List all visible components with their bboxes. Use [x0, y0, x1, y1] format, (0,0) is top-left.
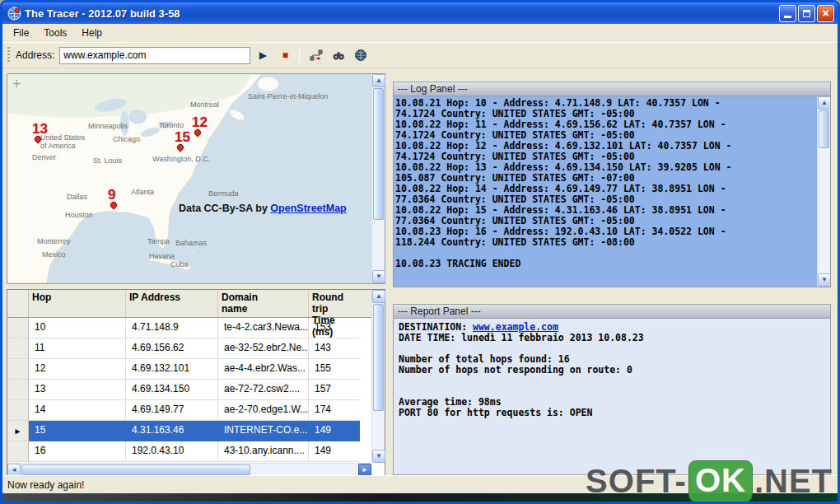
- scroll-down-button[interactable]: ▼: [372, 450, 385, 463]
- toolbar-grip[interactable]: [7, 47, 10, 63]
- map-place-label: Cuba: [170, 260, 189, 268]
- scroll-down-button[interactable]: ▼: [818, 273, 831, 287]
- cell-round-trip: 149: [309, 421, 360, 441]
- map-place-label: Minneapolis: [88, 122, 128, 130]
- table-row[interactable]: 12 4.69.132.101 ae-4-4.ebr2.Was... 155: [7, 359, 371, 380]
- column-header-domain-name[interactable]: Domain name: [218, 290, 309, 317]
- cell-domain-name: ae-72-72.csw2....: [218, 380, 309, 400]
- table-row[interactable]: 11 4.69.156.62 ae-32-52.ebr2.Ne... 143: [7, 338, 371, 359]
- attribution-text: Data CC-By-SA by: [179, 203, 270, 214]
- map-place-label: Denver: [32, 153, 56, 161]
- scrollbar-thumb[interactable]: [373, 304, 384, 411]
- binoculars-icon: [332, 49, 345, 62]
- scroll-up-button[interactable]: ▲: [818, 96, 831, 110]
- report-line: PORT 80 for http requests is: OPEN: [399, 408, 825, 418]
- minimize-button[interactable]: [779, 5, 796, 22]
- watermark-ok-badge: OK: [689, 461, 752, 502]
- cell-hop: 16: [29, 441, 126, 462]
- scroll-up-button[interactable]: ▲: [372, 74, 385, 87]
- route-report-button[interactable]: [306, 45, 326, 65]
- table-row[interactable]: 14 4.69.149.77 ae-2-70.edge1.W... 174: [7, 400, 371, 421]
- row-selector-cell[interactable]: [7, 380, 29, 400]
- start-trace-button[interactable]: ▶: [253, 45, 273, 65]
- map-zoom-in-control[interactable]: +: [12, 76, 21, 93]
- cell-round-trip: 143: [309, 338, 360, 359]
- play-icon: ▶: [259, 50, 267, 60]
- row-selector-cell[interactable]: [7, 400, 29, 421]
- hop-map-marker[interactable]: 9: [108, 188, 115, 202]
- table-row[interactable]: 10 4.71.148.9 te-4-2.car3.Newa... 153: [7, 318, 371, 338]
- log-vertical-scrollbar[interactable]: ▲ ▼: [817, 96, 830, 287]
- maximize-button[interactable]: [798, 5, 815, 22]
- web-button[interactable]: [351, 45, 371, 65]
- cell-ip-address: 192.0.43.10: [126, 441, 218, 462]
- stop-trace-button[interactable]: ■: [275, 45, 295, 65]
- app-icon[interactable]: [7, 7, 21, 21]
- scroll-down-button[interactable]: ▼: [372, 270, 385, 283]
- row-selector-cell[interactable]: ►: [7, 421, 29, 441]
- openstreetmap-link[interactable]: OpenStreetMap: [270, 203, 346, 214]
- menu-item[interactable]: Tools: [36, 25, 74, 41]
- hop-map-marker[interactable]: 13: [32, 122, 48, 136]
- scroll-up-button[interactable]: ▲: [372, 290, 385, 303]
- soft-ok-watermark: SOFT-OK.NET: [586, 461, 833, 502]
- status-text: Now ready again!: [7, 479, 84, 491]
- lookup-button[interactable]: [329, 45, 348, 65]
- destination-label: DESTINATION:: [399, 321, 473, 333]
- cell-round-trip: 153: [309, 318, 360, 338]
- map-place-label: Tampa: [147, 237, 170, 245]
- log-panel-body: 10.08.21 Hop: 10 - Address: 4.71.148.9 L…: [393, 96, 831, 287]
- close-icon: ×: [822, 7, 828, 19]
- table-row[interactable]: 16 192.0.43.10 43-10.any.icann.... 149: [7, 441, 371, 462]
- report-datetime-line: DATE TIME: lunedì 11 febbraio 2013 10.08…: [399, 333, 825, 343]
- cell-ip-address: 4.31.163.46: [126, 421, 218, 441]
- title-bar: The Tracer - 2012.07 build 3-58 ×: [2, 2, 838, 24]
- close-button[interactable]: ×: [817, 5, 834, 22]
- row-selector-cell[interactable]: [7, 441, 29, 462]
- map-place-label: Dallas: [67, 193, 87, 201]
- maximize-icon: [803, 10, 810, 17]
- table-vertical-scrollbar[interactable]: ▲ ▼: [371, 290, 385, 463]
- column-header-round-trip[interactable]: Round trip Time (ms): [309, 290, 360, 317]
- address-toolbar: Address: ▶ ■: [2, 42, 838, 68]
- report-lines: Number of total hops found: 16Number of …: [399, 343, 825, 418]
- cell-ip-address: 4.69.156.62: [126, 338, 218, 359]
- scrollbar-thumb[interactable]: [819, 110, 829, 148]
- column-header-ip-address[interactable]: IP Address: [126, 290, 218, 317]
- row-selector-cell[interactable]: [7, 359, 29, 380]
- cell-domain-name: ae-2-70.edge1.W...: [218, 400, 309, 421]
- menu-item[interactable]: Help: [74, 25, 110, 41]
- menu-item[interactable]: File: [6, 25, 36, 41]
- map-place-label: Havana: [149, 252, 175, 260]
- report-line: [399, 376, 825, 386]
- log-line: 10.08.23 TRACING ENDED: [395, 259, 815, 269]
- column-header-hop[interactable]: Hop: [29, 290, 126, 317]
- table-header-row: Hop IP Address Domain name Round trip Ti…: [7, 290, 371, 318]
- table-row[interactable]: ► 15 4.31.163.46 INTERNET-CO.e... 149: [7, 421, 371, 441]
- map-place-label: Monterrey: [37, 237, 71, 245]
- hop-table-panel: Hop IP Address Domain name Round trip Ti…: [7, 289, 385, 477]
- cell-ip-address: 4.69.132.101: [126, 359, 218, 380]
- map-place-label: Toronto: [159, 121, 184, 129]
- cell-domain-name: te-4-2.car3.Newa...: [218, 318, 309, 338]
- row-selector-cell[interactable]: [7, 338, 29, 359]
- hop-map-marker[interactable]: 15: [175, 130, 190, 144]
- map-view[interactable]: + Saint-Pierre-et-Miquelon Minneapolis M…: [7, 74, 371, 283]
- cell-domain-name: ae-32-52.ebr2.Ne...: [218, 338, 309, 359]
- table-row[interactable]: 13 4.69.134.150 ae-72-72.csw2.... 157: [7, 380, 371, 400]
- watermark-text-right: .NET: [754, 463, 833, 500]
- scrollbar-thumb[interactable]: [21, 464, 250, 475]
- map-place-label: Bermuda: [208, 189, 239, 198]
- destination-link[interactable]: www.example.com: [473, 321, 558, 333]
- map-place-label: Houston: [65, 211, 93, 219]
- scrollbar-thumb[interactable]: [373, 88, 384, 220]
- hop-map-marker[interactable]: 12: [192, 115, 208, 129]
- row-selector-cell[interactable]: [7, 318, 29, 338]
- map-place-label: Atlanta: [131, 188, 154, 196]
- table-horizontal-scrollbar[interactable]: ◄ ►: [7, 463, 371, 476]
- map-place-label: Chicago: [113, 135, 140, 143]
- app-window: The Tracer - 2012.07 build 3-58 × FileTo…: [0, 0, 840, 504]
- map-vertical-scrollbar[interactable]: ▲ ▼: [371, 74, 385, 283]
- address-input[interactable]: [59, 47, 250, 64]
- cell-round-trip: 174: [309, 400, 360, 421]
